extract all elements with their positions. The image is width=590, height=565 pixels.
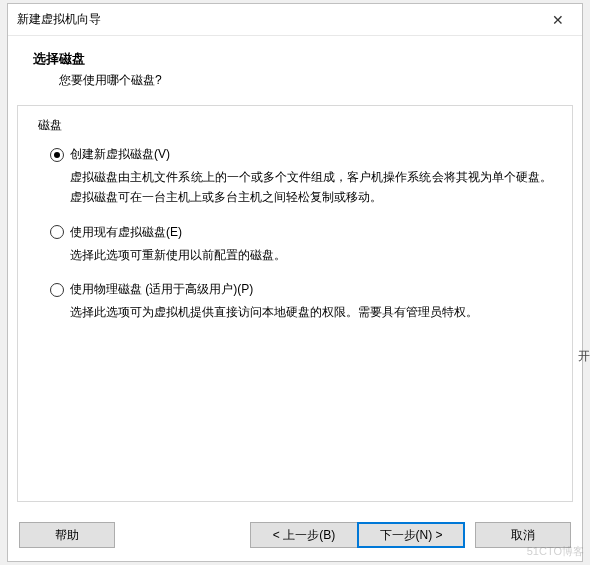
radio-option-physical: 使用物理磁盘 (适用于高级用户)(P) 选择此选项可为虚拟机提供直接访问本地硬盘… xyxy=(50,281,552,323)
radio-option-create-new: 创建新虚拟磁盘(V) 虚拟磁盘由主机文件系统上的一个或多个文件组成，客户机操作系… xyxy=(50,146,552,208)
radio-icon xyxy=(50,225,64,239)
radio-description: 选择此选项可为虚拟机提供直接访问本地硬盘的权限。需要具有管理员特权。 xyxy=(70,303,552,323)
header-title: 选择磁盘 xyxy=(33,50,562,68)
content-panel: 磁盘 创建新虚拟磁盘(V) 虚拟磁盘由主机文件系统上的一个或多个文件组成，客户机… xyxy=(17,105,573,502)
stray-text: 开 xyxy=(578,348,590,365)
radio-label: 使用现有虚拟磁盘(E) xyxy=(70,224,182,241)
content-wrapper: 磁盘 创建新虚拟磁盘(V) 虚拟磁盘由主机文件系统上的一个或多个文件组成，客户机… xyxy=(8,105,582,511)
radio-icon xyxy=(50,283,64,297)
close-button[interactable]: ✕ xyxy=(536,6,580,34)
back-button[interactable]: < 上一步(B) xyxy=(250,522,358,548)
radio-existing[interactable]: 使用现有虚拟磁盘(E) xyxy=(50,224,552,241)
radio-group: 创建新虚拟磁盘(V) 虚拟磁盘由主机文件系统上的一个或多个文件组成，客户机操作系… xyxy=(38,146,552,323)
help-button[interactable]: 帮助 xyxy=(19,522,115,548)
radio-description: 选择此选项可重新使用以前配置的磁盘。 xyxy=(70,246,552,266)
wizard-dialog: 新建虚拟机向导 ✕ 选择磁盘 您要使用哪个磁盘? 磁盘 创建新虚拟磁盘(V) 虚… xyxy=(7,3,583,562)
radio-label: 使用物理磁盘 (适用于高级用户)(P) xyxy=(70,281,253,298)
radio-option-existing: 使用现有虚拟磁盘(E) 选择此选项可重新使用以前配置的磁盘。 xyxy=(50,224,552,266)
group-label: 磁盘 xyxy=(38,117,552,134)
radio-description: 虚拟磁盘由主机文件系统上的一个或多个文件组成，客户机操作系统会将其视为单个硬盘。… xyxy=(70,168,552,208)
radio-create-new[interactable]: 创建新虚拟磁盘(V) xyxy=(50,146,552,163)
titlebar: 新建虚拟机向导 ✕ xyxy=(8,4,582,36)
cancel-button[interactable]: 取消 xyxy=(475,522,571,548)
window-title: 新建虚拟机向导 xyxy=(17,11,101,28)
radio-label: 创建新虚拟磁盘(V) xyxy=(70,146,170,163)
next-button[interactable]: 下一步(N) > xyxy=(357,522,465,548)
header-subtitle: 您要使用哪个磁盘? xyxy=(59,72,562,89)
close-icon: ✕ xyxy=(552,12,564,28)
radio-icon xyxy=(50,148,64,162)
radio-physical[interactable]: 使用物理磁盘 (适用于高级用户)(P) xyxy=(50,281,552,298)
wizard-header: 选择磁盘 您要使用哪个磁盘? xyxy=(8,36,582,105)
button-bar: 帮助 < 上一步(B) 下一步(N) > 取消 xyxy=(8,511,582,561)
